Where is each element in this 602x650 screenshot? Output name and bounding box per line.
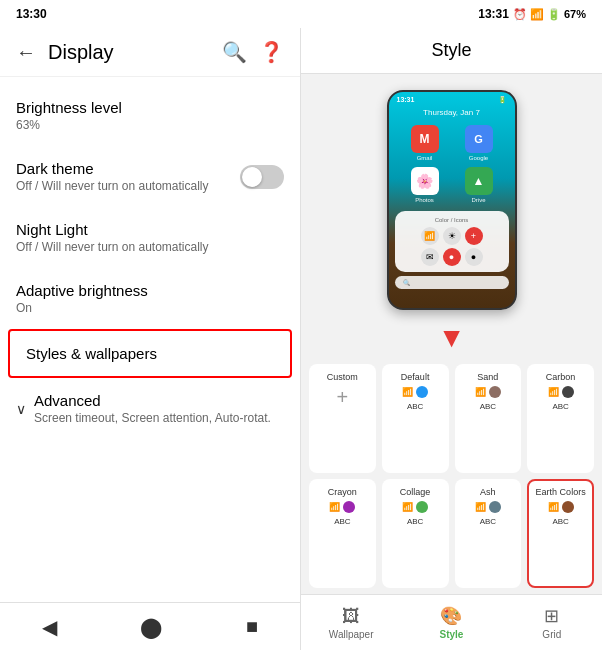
chevron-down-icon: ∨ xyxy=(16,401,26,417)
status-icons: ⏰ 📶 🔋 67% xyxy=(513,8,586,21)
night-light-desc: Off / Will never turn on automatically xyxy=(16,240,284,254)
left-panel: ← Display 🔍 ❓ Brightness level 63% Dark … xyxy=(0,28,301,650)
sand-abc: ABC xyxy=(480,402,496,411)
sand-icons: 📶 xyxy=(475,386,501,398)
custom-label: Custom xyxy=(327,372,358,382)
brightness-desc: 63% xyxy=(16,118,284,132)
night-light-name: Night Light xyxy=(16,221,284,238)
phone-mockup-container: 13:31 🔋 Thursday, Jan 7 M Gmail xyxy=(301,74,602,318)
style-card-custom[interactable]: Custom + xyxy=(309,364,376,473)
earth-colors-icons: 📶 xyxy=(548,501,574,513)
time-right: 13:31 xyxy=(478,7,509,21)
style-card-crayon[interactable]: Crayon 📶 ABC xyxy=(309,479,376,588)
carbon-label: Carbon xyxy=(546,372,576,382)
earth-colors-abc: ABC xyxy=(552,517,568,526)
dark-theme-toggle[interactable] xyxy=(240,165,284,189)
photos-icon: 🌸 xyxy=(411,167,439,195)
advanced-desc: Screen timeout, Screen attention, Auto-r… xyxy=(34,411,271,425)
alarm-icon: ⏰ xyxy=(513,8,527,21)
advanced-setting[interactable]: ∨ Advanced Screen timeout, Screen attent… xyxy=(0,378,300,439)
phone-app-drive: ▲ Drive xyxy=(455,167,503,203)
default-label: Default xyxy=(401,372,430,382)
style-tab-icon: 🎨 xyxy=(440,605,462,627)
wifi-icon: 📶 xyxy=(530,8,544,21)
tab-wallpaper[interactable]: 🖼 Wallpaper xyxy=(301,602,401,644)
sheet-icon-5: ● xyxy=(443,248,461,266)
sheet-row: 📶 ☀ + xyxy=(401,227,503,245)
style-card-default[interactable]: Default 📶 ABC xyxy=(382,364,449,473)
brightness-setting[interactable]: Brightness level 63% xyxy=(0,85,300,146)
style-card-sand[interactable]: Sand 📶 ABC xyxy=(455,364,522,473)
left-status-time: 13:30 xyxy=(0,7,301,21)
status-bar: 13:30 13:31 ⏰ 📶 🔋 67% xyxy=(0,0,602,28)
dark-theme-desc: Off / Will never turn on automatically xyxy=(16,179,209,193)
default-icons: 📶 xyxy=(402,386,428,398)
style-card-earth-colors[interactable]: Earth Colors 📶 ABC xyxy=(527,479,594,588)
phone-search-bar: 🔍 xyxy=(395,276,509,289)
main-content: ← Display 🔍 ❓ Brightness level 63% Dark … xyxy=(0,28,602,650)
sand-label: Sand xyxy=(477,372,498,382)
crayon-abc: ABC xyxy=(334,517,350,526)
phone-bottom-sheet: Color / Icons 📶 ☀ + ✉ ● ● xyxy=(395,211,509,272)
phone-mockup: 13:31 🔋 Thursday, Jan 7 M Gmail xyxy=(387,90,517,310)
sheet-icon-3: + xyxy=(465,227,483,245)
battery-icon: 🔋 xyxy=(547,8,561,21)
google-icon: G xyxy=(465,125,493,153)
tab-grid[interactable]: ⊞ Grid xyxy=(502,601,602,644)
ash-label: Ash xyxy=(480,487,496,497)
home-nav-button[interactable]: ⬤ xyxy=(124,607,178,647)
phone-app-google: G Google xyxy=(455,125,503,161)
search-button[interactable]: 🔍 xyxy=(222,40,247,64)
style-grid: Custom + Default 📶 ABC Sand 📶 ABC xyxy=(301,358,602,594)
carbon-icons: 📶 xyxy=(548,386,574,398)
header-icons: 🔍 ❓ xyxy=(222,40,284,64)
style-card-ash[interactable]: Ash 📶 ABC xyxy=(455,479,522,588)
gmail-icon: M xyxy=(411,125,439,153)
styles-wallpapers-setting[interactable]: Styles & wallpapers xyxy=(8,329,292,378)
dark-theme-name: Dark theme xyxy=(16,160,209,177)
grid-tab-label: Grid xyxy=(542,629,561,640)
phone-status-bar: 13:31 🔋 xyxy=(389,92,515,108)
photos-label: Photos xyxy=(415,197,434,203)
style-card-carbon[interactable]: Carbon 📶 ABC xyxy=(527,364,594,473)
phone-app-gmail: M Gmail xyxy=(401,125,449,161)
night-light-setting[interactable]: Night Light Off / Will never turn on aut… xyxy=(0,207,300,268)
default-abc: ABC xyxy=(407,402,423,411)
back-nav-button[interactable]: ◀ xyxy=(26,607,73,647)
adaptive-brightness-name: Adaptive brightness xyxy=(16,282,284,299)
left-header: ← Display 🔍 ❓ xyxy=(0,28,300,77)
earth-colors-label: Earth Colors xyxy=(536,487,586,497)
ash-abc: ABC xyxy=(480,517,496,526)
phone-battery: 🔋 xyxy=(498,96,507,104)
right-panel: Style 13:31 🔋 Thursday, Jan 7 M xyxy=(301,28,602,650)
sheet-row-2: ✉ ● ● xyxy=(401,248,503,266)
sheet-title: Color / Icons xyxy=(401,217,503,223)
phone-app-grid: M Gmail G Google 🌸 xyxy=(389,121,515,207)
sheet-icon-2: ☀ xyxy=(443,227,461,245)
carbon-abc: ABC xyxy=(552,402,568,411)
ash-icons: 📶 xyxy=(475,501,501,513)
gmail-label: Gmail xyxy=(417,155,433,161)
sheet-icon-6: ● xyxy=(465,248,483,266)
drive-label: Drive xyxy=(471,197,485,203)
crayon-icons: 📶 xyxy=(329,501,355,513)
wallpaper-tab-label: Wallpaper xyxy=(329,629,374,640)
nav-bar-left: ◀ ⬤ ■ xyxy=(0,602,300,650)
brightness-name: Brightness level xyxy=(16,99,122,116)
battery-percent: 67% xyxy=(564,8,586,20)
adaptive-brightness-setting[interactable]: Adaptive brightness On xyxy=(0,268,300,329)
collage-icons: 📶 xyxy=(402,501,428,513)
help-button[interactable]: ❓ xyxy=(259,40,284,64)
wallpaper-tab-icon: 🖼 xyxy=(342,606,360,627)
tab-style[interactable]: 🎨 Style xyxy=(401,601,501,644)
back-button[interactable]: ← xyxy=(16,41,36,64)
style-title: Style xyxy=(431,40,471,60)
dark-theme-setting[interactable]: Dark theme Off / Will never turn on auto… xyxy=(0,146,300,207)
sheet-icon-1: 📶 xyxy=(421,227,439,245)
arrow-container: ▼ xyxy=(301,318,602,358)
recent-nav-button[interactable]: ■ xyxy=(230,607,274,646)
google-label: Google xyxy=(469,155,488,161)
style-card-collage[interactable]: Collage 📶 ABC xyxy=(382,479,449,588)
right-header: Style xyxy=(301,28,602,74)
settings-list: Brightness level 63% Dark theme Off / Wi… xyxy=(0,77,300,602)
